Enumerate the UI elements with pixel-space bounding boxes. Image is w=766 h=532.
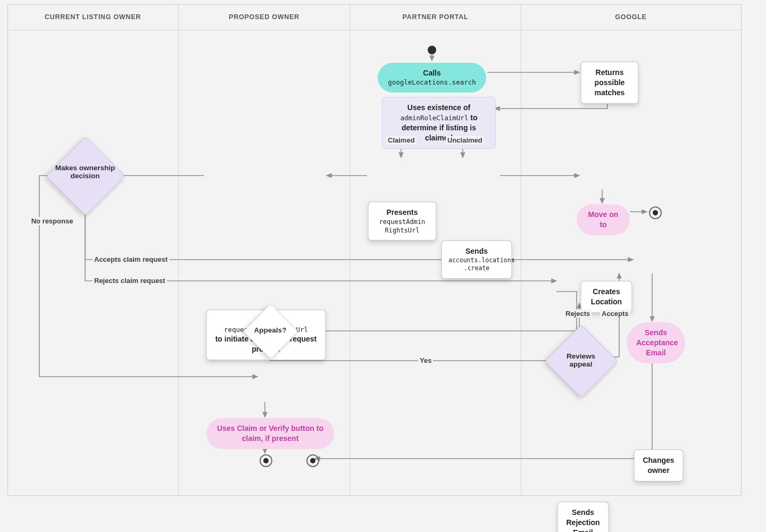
label-accepts-claim: Accepts claim request — [93, 255, 169, 263]
node-acceptance-email: Sends Acceptance Email — [627, 322, 685, 363]
text: Returns possible matches — [588, 68, 631, 98]
end-node-1 — [649, 206, 662, 219]
node-sends-create: Sends accounts.locations .create — [442, 240, 512, 279]
node-changes-owner: Changes owner — [634, 450, 683, 481]
node-returns-matches: Returns possible matches — [581, 62, 638, 104]
label-accepts: Accepts — [600, 310, 630, 318]
code: adminRoleClaimUrl — [400, 114, 468, 122]
t1: Uses existence of — [407, 103, 470, 112]
label-claimed: Claimed — [386, 136, 417, 144]
node-presents-url: Presents requestAdmin RightsUrl — [368, 202, 436, 240]
t: Makes ownership decision — [54, 164, 116, 180]
lane-head-partner-portal: PARTNER PORTAL — [350, 4, 521, 30]
code: googleLocations.search — [387, 78, 477, 87]
t: Uses Claim or Verify button to claim, if… — [217, 424, 323, 443]
label-rejects-claim: Rejects claim request — [93, 277, 167, 285]
t: Sends Rejection Email — [564, 508, 602, 532]
lane-head-current-owner: CURRENT LISTING OWNER — [7, 4, 178, 30]
t: Creates Location — [588, 287, 625, 307]
label-no-response: No response — [27, 217, 78, 225]
node-appeals: Appeals? — [270, 331, 271, 331]
swimlane-diagram: CURRENT LISTING OWNER PROPOSED OWNER PAR… — [0, 0, 766, 532]
node-creates-location: Creates Location — [581, 281, 632, 313]
label-rejects: Rejects — [564, 310, 592, 318]
t: Presents — [375, 207, 429, 218]
t: Appeals? — [249, 326, 292, 334]
t: Sends — [448, 246, 505, 256]
end-node-2 — [260, 454, 272, 467]
node-uses-claim-button: Uses Claim or Verify button to claim, if… — [206, 418, 334, 449]
start-node — [428, 46, 436, 54]
code: requestAdmin RightsUrl — [375, 218, 429, 235]
lane-head-google: GOOGLE — [521, 4, 740, 30]
t: Sends Acceptance Email — [636, 328, 678, 357]
node-move-on: Move on to — [577, 204, 630, 235]
code: accounts.locations .create — [448, 256, 505, 273]
node-reviews-appeal: Reviews appeal — [581, 361, 581, 361]
end-node-3 — [306, 454, 319, 467]
lane-current-owner: CURRENT LISTING OWNER — [7, 4, 179, 495]
lane-head-proposed-owner: PROPOSED OWNER — [179, 4, 349, 30]
t: Changes owner — [641, 455, 676, 476]
node-rejection-email: Sends Rejection Email — [557, 502, 609, 532]
node-ownership-decision: Makes ownership decision — [85, 176, 86, 176]
label-yes: Yes — [418, 356, 433, 364]
text: Calls — [387, 68, 477, 78]
t: Move on to — [588, 210, 619, 229]
node-calls-search: Calls googleLocations.search — [378, 63, 486, 93]
label-unclaimed: Unclaimed — [446, 136, 484, 144]
t: Reviews appeal — [555, 352, 606, 368]
